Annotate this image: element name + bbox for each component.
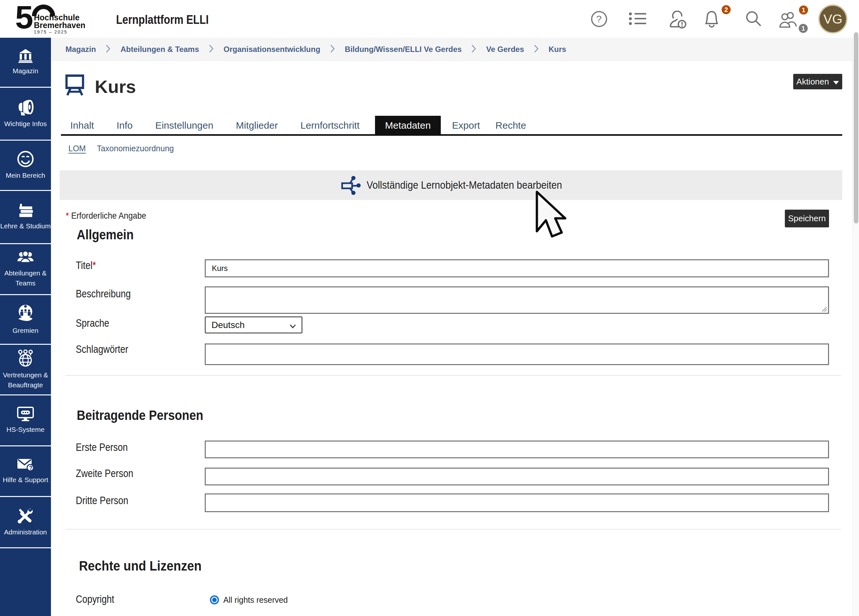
svg-text:5: 5 bbox=[15, 3, 33, 35]
svg-text:?: ? bbox=[596, 14, 602, 24]
svg-text:?: ? bbox=[29, 465, 33, 471]
svg-text:1975 – 2025: 1975 – 2025 bbox=[34, 29, 67, 34]
svg-text:Bremerhaven: Bremerhaven bbox=[34, 20, 86, 30]
